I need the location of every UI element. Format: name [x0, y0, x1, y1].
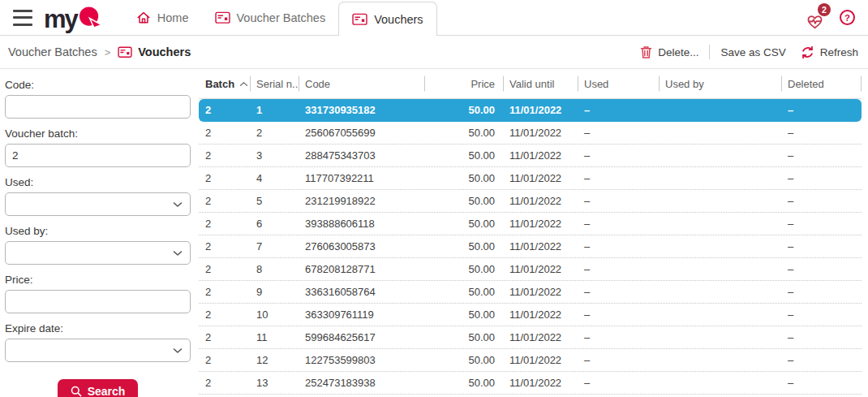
cell-price: 50.00 — [424, 331, 503, 343]
breadcrumb-current: Vouchers — [118, 45, 191, 58]
cell-price: 50.00 — [424, 286, 503, 298]
save-as-csv-button[interactable]: Save as CSV — [720, 46, 785, 58]
topbar: my Home Voucher Batches — [0, 0, 868, 36]
cell-used: – — [578, 286, 659, 298]
voucher-icon — [352, 13, 367, 26]
cell-batch: 2 — [199, 354, 250, 366]
table-row[interactable]: 2 9 336316058764 50.00 11/01/2022 – – — [199, 281, 862, 304]
tab-home[interactable]: Home — [123, 0, 202, 35]
cell-code: 288475343703 — [299, 149, 424, 162]
cell-price: 50.00 — [424, 149, 503, 162]
tab-vouchers[interactable]: Vouchers — [338, 2, 436, 36]
column-label: Code — [305, 78, 330, 90]
tab-voucher-batches[interactable]: Voucher Batches — [202, 0, 339, 35]
chevron-up-icon — [239, 81, 248, 87]
help-button[interactable]: ? — [840, 10, 855, 25]
table-row[interactable]: 2 12 122753599803 50.00 11/01/2022 – – — [199, 349, 862, 372]
column-header-used-by[interactable]: Used by — [659, 69, 781, 98]
refresh-label: Refresh — [820, 46, 858, 58]
health-badge: 2 — [818, 3, 831, 16]
expire-date-label: Expire date: — [5, 322, 191, 334]
table-row[interactable]: 2 2 256067055699 50.00 11/01/2022 – – — [199, 122, 862, 145]
column-header-code[interactable]: Code — [299, 69, 424, 98]
used-label: Used: — [5, 176, 191, 188]
cell-code: 363309761119 — [299, 309, 424, 321]
cell-used: – — [578, 149, 659, 162]
cell-serial-number: 9 — [250, 286, 299, 298]
voucher-batch-input[interactable] — [5, 144, 191, 167]
cell-used: – — [578, 263, 659, 275]
table-row[interactable]: 2 6 393888606118 50.00 11/01/2022 – – — [199, 213, 862, 235]
cell-valid-until: 11/01/2022 — [503, 354, 578, 366]
column-label: Valid until — [509, 78, 554, 90]
cell-price: 50.00 — [424, 377, 503, 389]
column-header-deleted[interactable]: Deleted — [781, 69, 862, 98]
home-icon — [136, 11, 151, 25]
chevron-down-icon — [173, 201, 183, 208]
chevron-down-icon — [173, 347, 183, 354]
cell-code: 336316058764 — [299, 286, 424, 298]
table-row[interactable]: 2 11 599684625617 50.00 11/01/2022 – – — [199, 326, 862, 349]
table-row[interactable]: 2 4 117707392211 50.00 11/01/2022 – – — [199, 167, 862, 190]
code-label: Code: — [5, 79, 191, 91]
cell-batch: 2 — [199, 240, 250, 252]
column-header-used[interactable]: Used — [578, 69, 659, 98]
column-header-price[interactable]: Price — [424, 69, 503, 98]
table-row[interactable]: 2 1 331730935182 50.00 11/01/2022 – – — [199, 99, 862, 122]
column-header-valid-until[interactable]: Valid until — [503, 69, 578, 98]
cell-batch: 2 — [199, 104, 250, 116]
cell-deleted: – — [781, 240, 862, 252]
column-label: Batch — [205, 78, 234, 90]
voucher-icon — [118, 46, 132, 58]
column-header-batch[interactable]: Batch — [199, 69, 250, 98]
table-row[interactable]: 2 10 363309761119 50.00 11/01/2022 – – — [199, 304, 862, 326]
cell-deleted: – — [781, 263, 862, 275]
column-label: Serial n... — [256, 78, 299, 90]
cell-valid-until: 11/01/2022 — [503, 218, 578, 230]
expire-date-select[interactable] — [5, 339, 191, 362]
table-header: Batch Serial n... Code Price Valid until… — [199, 69, 862, 99]
health-status-button[interactable]: 2 — [806, 6, 827, 30]
cell-code: 276063005873 — [299, 240, 424, 252]
cell-price: 50.00 — [424, 240, 503, 252]
used-by-select[interactable] — [5, 241, 191, 265]
column-label: Deleted — [788, 78, 824, 90]
cell-deleted: – — [781, 331, 862, 343]
cell-used: – — [578, 377, 659, 389]
used-select[interactable] — [5, 192, 191, 216]
cell-valid-until: 11/01/2022 — [503, 240, 578, 252]
cell-batch: 2 — [199, 149, 250, 162]
cell-price: 50.00 — [424, 354, 503, 366]
cell-used: – — [578, 218, 659, 230]
cell-batch: 2 — [199, 218, 250, 230]
search-button[interactable]: Search — [58, 379, 139, 397]
table-row[interactable]: 2 5 231219918922 50.00 11/01/2022 – – — [199, 190, 862, 213]
breadcrumb-voucher-batches[interactable]: Voucher Batches — [8, 45, 97, 58]
cell-serial-number: 12 — [250, 354, 299, 366]
refresh-button[interactable]: Refresh — [801, 45, 858, 59]
cell-price: 50.00 — [424, 218, 503, 230]
cell-batch: 2 — [199, 286, 250, 298]
cell-deleted: – — [781, 309, 862, 321]
table-row[interactable]: 2 8 678208128771 50.00 11/01/2022 – – — [199, 258, 862, 281]
filters-panel: Code: Voucher batch: Used: Used by: — [0, 69, 199, 397]
cell-used: – — [578, 309, 659, 321]
cell-code: 117707392211 — [299, 172, 424, 184]
logo-text: my — [44, 9, 77, 29]
cell-used: – — [578, 104, 659, 116]
delete-button[interactable]: Delete... — [640, 45, 698, 59]
column-header-serial[interactable]: Serial n... — [250, 69, 299, 98]
cell-used: – — [578, 354, 659, 366]
cell-deleted: – — [781, 195, 862, 207]
cell-code: 252473183938 — [299, 377, 424, 389]
code-input[interactable] — [5, 95, 191, 119]
table-row[interactable]: 2 3 288475343703 50.00 11/01/2022 – – — [199, 145, 862, 167]
cell-serial-number: 1 — [250, 104, 299, 116]
main-tabs: Home Voucher Batches Vouchers — [123, 0, 437, 35]
price-input[interactable] — [5, 290, 191, 313]
menu-icon[interactable] — [13, 10, 32, 26]
cell-batch: 2 — [199, 195, 250, 207]
cell-valid-until: 11/01/2022 — [503, 149, 578, 162]
table-row[interactable]: 2 13 252473183938 50.00 11/01/2022 – – — [199, 372, 862, 395]
table-row[interactable]: 2 7 276063005873 50.00 11/01/2022 – – — [199, 235, 862, 258]
